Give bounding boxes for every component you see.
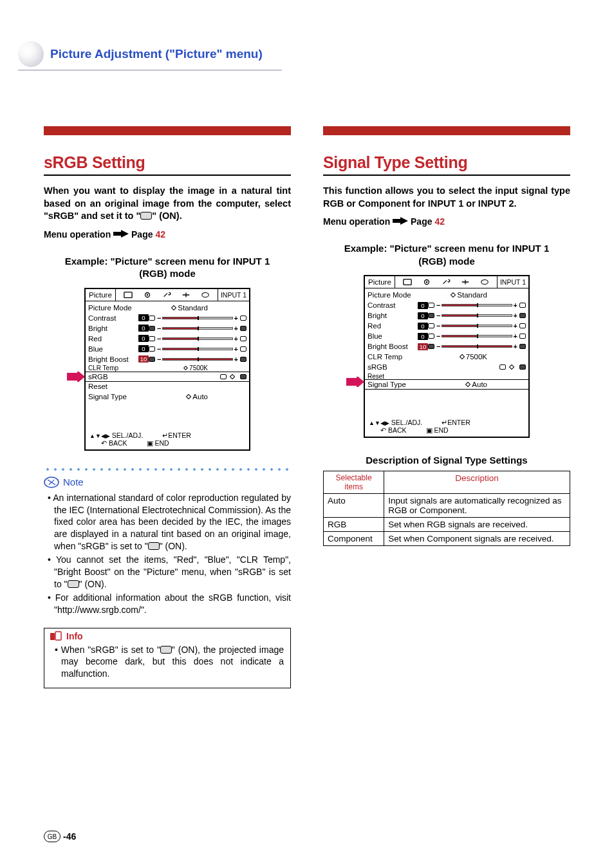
knob-icon xyxy=(149,316,155,321)
menu-op-label: Menu operation xyxy=(44,229,111,240)
svg-point-2 xyxy=(147,294,149,296)
osd-row-picture-mode: Picture Mode Standard xyxy=(367,290,526,300)
osd-header: Picture INPUT 1 xyxy=(365,276,528,288)
knob-icon xyxy=(519,313,526,318)
svg-rect-5 xyxy=(50,633,55,640)
knob-icon xyxy=(519,344,526,349)
slider: −+ xyxy=(157,325,238,332)
pointer-arrow-icon xyxy=(67,372,85,382)
region-badge: GB xyxy=(44,831,60,842)
on-icon xyxy=(140,212,152,220)
table-cell-item: RGB xyxy=(324,518,384,532)
reset-label: Reset xyxy=(367,373,418,380)
table-cell-item: Auto xyxy=(324,494,384,518)
srgb-label: sRGB xyxy=(367,363,418,371)
arrow-icon xyxy=(393,216,411,227)
note-label: Note xyxy=(63,476,84,487)
header-orb xyxy=(18,41,44,67)
signal-type-table: Selectable items Description AutoInput s… xyxy=(323,471,570,546)
info-item: When "sRGB" is set to "" (ON), the proje… xyxy=(55,644,284,681)
picture-mode-value: Standard xyxy=(451,291,526,299)
signal-type-value: Auto xyxy=(187,393,247,401)
note-item: For additional information about the sRG… xyxy=(48,592,291,616)
reset-label: Reset xyxy=(88,382,138,390)
knob-icon xyxy=(240,357,247,362)
page-title: Picture Adjustment ("Picture" menu) xyxy=(50,47,263,61)
table-head-items: Selectable items xyxy=(324,471,384,494)
srgb-toggle-icons xyxy=(220,374,247,379)
row-label: Bright xyxy=(88,325,138,332)
signal-type-intro: This function allows you to select the i… xyxy=(323,185,570,210)
tools2-icon xyxy=(461,278,470,286)
row-label: Contrast xyxy=(367,301,418,309)
screen-icon xyxy=(124,291,133,299)
table-row: ComponentSet when Component signals are … xyxy=(324,532,570,546)
osd-row-srgb: sRGB xyxy=(367,362,526,372)
osd-body: Picture Mode Standard Contrast0−+ Bright… xyxy=(365,288,528,416)
table-cell-item: Component xyxy=(324,532,384,546)
osd-header: Picture INPUT 1 xyxy=(86,289,249,301)
knob-icon xyxy=(519,303,526,308)
osd-row-red: Red0−+ xyxy=(367,321,526,331)
osd-input-label: INPUT 1 xyxy=(218,289,249,301)
section-bar xyxy=(323,126,570,135)
page-link[interactable]: 42 xyxy=(434,216,445,227)
osd-row-picture-mode: Picture Mode Standard xyxy=(88,303,247,313)
signal-type-label: Signal Type xyxy=(88,393,138,401)
osd-row-contrast: Contrast0−+ xyxy=(88,313,247,323)
svg-point-9 xyxy=(426,281,428,283)
row-value: 0 xyxy=(138,325,149,332)
osd-row-bright-boost: Bright Boost10−+ xyxy=(367,341,526,352)
clr-temp-value: 7500K xyxy=(184,364,247,372)
row-value: 10 xyxy=(138,355,149,363)
row-label: Red xyxy=(88,335,138,343)
svg-point-10 xyxy=(481,280,488,285)
left-column: sRGB Setting When you want to display th… xyxy=(44,126,291,688)
knob-icon xyxy=(240,336,247,341)
tools2-icon xyxy=(181,291,191,299)
page-number: -46 xyxy=(63,831,76,842)
osd-menu: Picture INPUT 1 Picture Mode Standard xyxy=(364,275,530,438)
osd-tab-icons xyxy=(116,289,218,301)
row-label: Bright Boost xyxy=(367,343,418,350)
slider: −+ xyxy=(157,355,238,363)
on-icon xyxy=(68,580,79,588)
note-item: An international standard of color repro… xyxy=(48,492,291,552)
footer-back: ↶ BACK xyxy=(101,439,127,447)
knob-icon xyxy=(428,303,434,308)
osd-tab-icons xyxy=(395,276,498,288)
footer-end: ▣ END xyxy=(426,426,449,434)
note-list: An international standard of color repro… xyxy=(44,492,291,616)
section-title-signal-type: Signal Type Setting xyxy=(323,153,570,172)
section-bar xyxy=(44,126,291,135)
osd-row-contrast: Contrast0−+ xyxy=(367,300,526,310)
picture-mode-label: Picture Mode xyxy=(88,304,138,312)
srgb-intro: When you want to display the image in a … xyxy=(44,185,291,223)
srgb-toggle-icons xyxy=(499,364,526,370)
osd-row-bright-boost: Bright Boost10−+ xyxy=(88,354,247,364)
osd-screenshot-left: Picture INPUT 1 Picture Mode Standard xyxy=(44,288,291,451)
footer-back: ↶ BACK xyxy=(380,426,407,434)
table-head-desc: Description xyxy=(384,471,570,494)
info-box: Info When "sRGB" is set to "" (ON), the … xyxy=(44,628,291,689)
footer-enter: ↵ENTER xyxy=(442,419,470,426)
row-value: 0 xyxy=(418,312,428,319)
osd-menu: Picture INPUT 1 Picture Mode Standard xyxy=(84,288,250,451)
row-value: 10 xyxy=(418,343,428,350)
osd-row-bright: Bright0−+ xyxy=(88,323,247,334)
gear-icon xyxy=(422,278,431,286)
signal-type-label: Signal Type xyxy=(367,381,418,388)
example-caption: Example: "Picture" screen menu for INPUT… xyxy=(54,255,281,280)
osd-row-reset: Reset xyxy=(88,381,247,392)
row-value: 0 xyxy=(418,323,428,330)
page-link[interactable]: 42 xyxy=(155,229,165,240)
slider: −+ xyxy=(436,322,517,330)
osd-row-bright: Bright0−+ xyxy=(367,310,526,321)
osd-row-signal-type-highlighted: Signal TypeAuto xyxy=(365,379,528,390)
table-cell-desc: Set when Component signals are received. xyxy=(384,532,570,546)
knob-icon xyxy=(428,344,434,349)
info-text: When "sRGB" is set to "" (ON), the proje… xyxy=(51,644,284,681)
osd-body: Picture Mode Standard Contrast0−+ Bright… xyxy=(86,301,249,429)
knob-icon xyxy=(149,336,155,341)
info-icon xyxy=(50,631,62,641)
